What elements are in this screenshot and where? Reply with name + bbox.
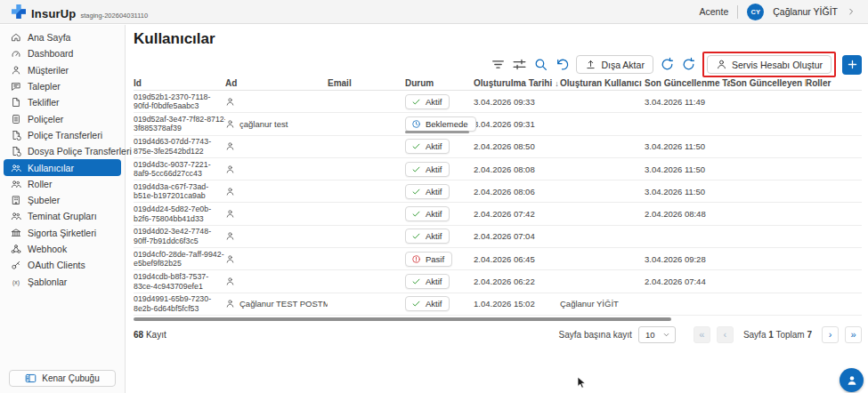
column-header-ad[interactable]: Ad bbox=[225, 78, 328, 88]
badge-mini-scrollbar[interactable] bbox=[405, 131, 469, 133]
sidebar-item-sigorta-irketleri[interactable]: Sigorta Şirketleri bbox=[4, 225, 121, 241]
last-page-button[interactable]: » bbox=[845, 326, 862, 343]
filter-icon[interactable] bbox=[491, 57, 506, 72]
sidebar-item-teminat-gruplar[interactable]: Teminat Grupları bbox=[4, 208, 121, 224]
sync-icon[interactable] bbox=[681, 57, 696, 72]
status-badge[interactable]: Aktif bbox=[405, 206, 450, 221]
cell-id: 019d52b1-2370-7118-90fd-f0bdfe5aabc3 bbox=[134, 92, 225, 111]
status-badge[interactable]: Aktif bbox=[405, 229, 450, 244]
page-info: Sayfa 1 Toplam 7 bbox=[743, 330, 812, 340]
column-options-icon[interactable] bbox=[512, 57, 527, 72]
sidebar-item-kullan-c-lar[interactable]: Kullanıcılar bbox=[4, 159, 121, 175]
support-fab-button[interactable] bbox=[840, 368, 864, 392]
page-size-select[interactable]: 10 bbox=[638, 326, 676, 343]
table-row[interactable]: 019d52af-3e47-7f82-8712-3f885378af39çağl… bbox=[134, 113, 862, 135]
column-header-son-g-ncellenme-tarihi[interactable]: Son Güncellenme Tarihi bbox=[645, 78, 730, 88]
table-row[interactable]: 019d4cf0-28de-7aff-9942-e5bef9f82b25Pasi… bbox=[134, 248, 862, 270]
cell-id: 019d4d02-3e42-7748-90ff-7b91ddc6f3c5 bbox=[134, 227, 225, 245]
sidebar-item-label: Kullanıcılar bbox=[28, 163, 74, 173]
column-header-olu-turan-kullan-c[interactable]: Oluşturan Kullanıcı bbox=[560, 78, 645, 88]
export-label: Dışa Aktar bbox=[601, 60, 644, 70]
home-icon bbox=[11, 32, 21, 43]
person-icon bbox=[225, 299, 235, 309]
status-badge[interactable]: Beklemede bbox=[405, 116, 476, 132]
sidebar-item-ablonlar[interactable]: (x)Şablonlar bbox=[4, 273, 121, 289]
sidebar-item-oauth-clients[interactable]: OAuth Clients bbox=[4, 257, 121, 273]
column-header-son-g-ncelleyen-kulla[interactable]: Son Güncelleyen Kulla... bbox=[730, 78, 806, 88]
service-account-icon bbox=[716, 59, 727, 70]
column-header-olu-turulma-tarihi[interactable]: Oluşturulma Tarihi↓ bbox=[474, 78, 560, 88]
check-icon bbox=[411, 299, 421, 309]
account-type-label[interactable]: Acente bbox=[700, 6, 729, 17]
sidebar-item-webhook[interactable]: Webhook bbox=[4, 241, 121, 257]
cell-name: çağlanur test bbox=[225, 119, 328, 129]
sidebar-item-label: OAuth Clients bbox=[28, 260, 85, 270]
sidebar-item-label: Ana Sayfa bbox=[28, 32, 70, 43]
table-row[interactable]: 019d4d63-07dd-7743-875e-3fe2542bd122Akti… bbox=[134, 136, 862, 158]
sidebar-item-dosya-poli-e-transferleri[interactable]: Dosya Poliçe Transferleri bbox=[4, 143, 121, 159]
status-badge[interactable]: Aktif bbox=[405, 296, 450, 311]
column-header-email[interactable]: Email bbox=[328, 78, 405, 88]
table-row[interactable]: 019d52b1-2370-7118-90fd-f0bdfe5aabc3Akti… bbox=[134, 91, 862, 113]
people-icon bbox=[11, 163, 21, 173]
record-count-label: Kayıt bbox=[146, 330, 166, 340]
sidebar-item-m-teriler[interactable]: Müşteriler bbox=[4, 62, 121, 78]
status-badge[interactable]: Aktif bbox=[405, 162, 450, 177]
document-transfer-icon bbox=[11, 130, 21, 140]
table-row[interactable]: 019d4d3a-c67f-73ad-b51e-b197201ca9abAkti… bbox=[134, 180, 862, 203]
document-icon bbox=[11, 97, 21, 108]
status-badge[interactable]: Aktif bbox=[405, 139, 450, 154]
first-page-button[interactable]: « bbox=[694, 326, 710, 343]
check-icon bbox=[411, 141, 421, 151]
reset-icon[interactable] bbox=[555, 57, 570, 72]
sidebar-item-ubeler[interactable]: Şubeler bbox=[4, 192, 121, 208]
record-count: 68 Kayıt bbox=[134, 330, 166, 340]
status-badge[interactable]: Aktif bbox=[405, 184, 450, 199]
cell-name bbox=[225, 231, 328, 241]
refresh-icon[interactable] bbox=[660, 57, 675, 72]
search-icon[interactable] bbox=[533, 57, 548, 72]
sidebar-item-ana-sayfa[interactable]: Ana Sayfa bbox=[4, 29, 121, 45]
status-badge[interactable]: Aktif bbox=[405, 94, 450, 109]
previous-page-button[interactable]: ‹ bbox=[717, 326, 734, 343]
column-header-durum[interactable]: Durum bbox=[405, 78, 474, 88]
sidebar-item-label: Teklifler bbox=[28, 97, 60, 108]
cell-name bbox=[225, 209, 328, 219]
document-list-icon bbox=[11, 114, 21, 124]
create-service-account-button[interactable]: Servis Hesabı Oluştur bbox=[707, 55, 831, 74]
column-header-roller[interactable]: Roller bbox=[806, 78, 862, 88]
column-header-id[interactable]: Id bbox=[134, 78, 225, 88]
cell-updated: 3.04.2026 09:28 bbox=[645, 254, 730, 264]
table-row[interactable]: 019d4d3c-9037-7221-8af9-5cc66d27cc43Akti… bbox=[134, 158, 862, 180]
sidebar-item-poli-e-transferleri[interactable]: Poliçe Transferleri bbox=[4, 127, 121, 143]
status-badge[interactable]: Aktif bbox=[405, 274, 450, 289]
table-row[interactable]: 019d4991-65b9-7230-8e2b-6d64bf5fcf53Çağl… bbox=[134, 293, 862, 316]
export-button[interactable]: Dışa Aktar bbox=[576, 55, 653, 74]
table-row[interactable]: 019d4cdb-b8f3-7537-83ce-4c943709efe1Akti… bbox=[134, 270, 862, 293]
sidebar-collapse-button[interactable]: Kenar Çubuğu bbox=[9, 370, 116, 387]
avatar[interactable]: CY bbox=[747, 4, 764, 20]
sidebar-item-dashboard[interactable]: Dashboard bbox=[4, 45, 121, 61]
horizontal-scrollbar[interactable] bbox=[134, 317, 671, 321]
cell-status: Pasif bbox=[405, 252, 474, 267]
status-badge[interactable]: Pasif bbox=[405, 252, 452, 267]
check-icon bbox=[411, 187, 421, 196]
sidebar-item-teklifler[interactable]: Teklifler bbox=[4, 94, 121, 110]
user-name[interactable]: Çağlanur YİĞİT bbox=[773, 6, 838, 17]
cell-status: Aktif bbox=[405, 139, 474, 154]
cell-created: 2.04.2026 06:22 bbox=[474, 277, 560, 286]
table-row[interactable]: 019d4d24-5d82-7e0b-b2f6-75804bb41d33Akti… bbox=[134, 203, 862, 225]
table-row[interactable]: 019d4d02-3e42-7748-90ff-7b91ddc6f3c5Akti… bbox=[134, 226, 862, 248]
sidebar-item-poli-eler[interactable]: Poliçeler bbox=[4, 110, 121, 126]
add-user-button[interactable] bbox=[842, 55, 862, 75]
brand[interactable]: InsurUp staging-202604031110 bbox=[11, 4, 148, 20]
cell-status: Aktif bbox=[405, 274, 474, 289]
topbar: InsurUp staging-202604031110 Acente CY Ç… bbox=[0, 0, 868, 24]
sidebar-item-roller[interactable]: Roller bbox=[4, 176, 121, 192]
cell-id: 019d4d24-5d82-7e0b-b2f6-75804bb41d33 bbox=[134, 205, 225, 223]
cell-name bbox=[225, 254, 328, 264]
user-menu-chevron-icon[interactable] bbox=[847, 7, 856, 16]
sidebar-item-talepler[interactable]: Talepler bbox=[4, 78, 121, 94]
webhook-icon bbox=[11, 244, 21, 254]
next-page-button[interactable]: › bbox=[822, 326, 839, 343]
